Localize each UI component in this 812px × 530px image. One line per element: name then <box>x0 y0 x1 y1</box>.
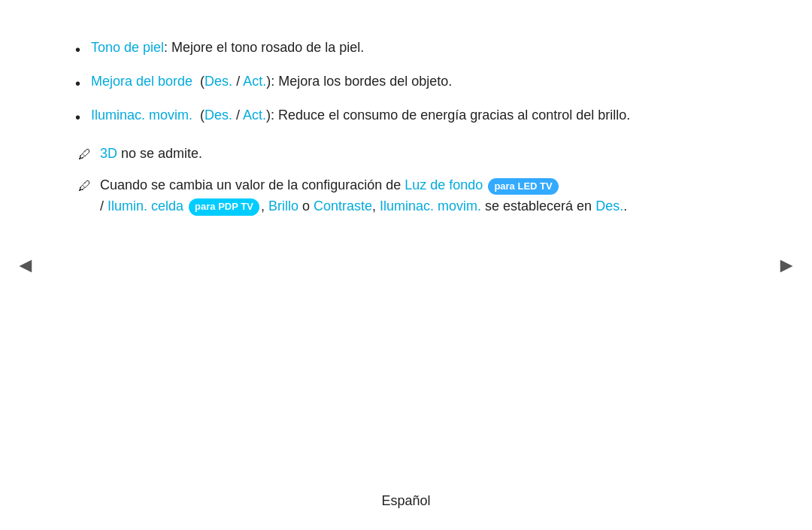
bullet-3-text: Iluminac. movim. (Des. / Act.): Reduce e… <box>91 105 630 126</box>
label-tono-piel: Tono de piel <box>91 40 164 55</box>
bullet-1-text: Tono de piel: Mejore el tono rosado de l… <box>91 38 364 58</box>
badge-act-2: Act. <box>243 74 266 89</box>
note-1-suffix: no se admite. <box>117 146 202 161</box>
label-mejora-borde: Mejora del borde <box>91 74 192 89</box>
footer-language: Español <box>381 493 430 509</box>
note-block-3d: 🖊 3D no se admite. <box>75 144 737 165</box>
badge-led-tv: para LED TV <box>488 178 558 195</box>
main-content: • Tono de piel: Mejore el tono rosado de… <box>75 23 737 243</box>
label-3d: 3D <box>100 146 117 161</box>
slash-2: / <box>232 74 243 89</box>
bullet-1-suffix: : Mejore el tono rosado de la piel. <box>164 40 364 55</box>
bullet-dot-1: • <box>75 38 80 61</box>
note-icon-1: 🖊 <box>78 145 91 165</box>
nav-arrow-left[interactable]: ◄ <box>15 253 36 277</box>
bullet-2-text: Mejora del borde (Des. / Act.): Mejora l… <box>91 71 452 92</box>
badge-act-3: Act. <box>243 108 266 123</box>
label-ilumin-celda: Ilumin. celda <box>108 198 183 214</box>
note-block-cuando: 🖊 Cuando se cambia un valor de la config… <box>75 175 737 217</box>
nav-arrow-right[interactable]: ► <box>776 253 797 277</box>
note-1-text: 3D no se admite. <box>100 144 737 165</box>
bullet-dot-3: • <box>75 106 80 129</box>
label-brillo: Brillo <box>268 198 298 214</box>
label-contraste: Contraste <box>314 198 372 214</box>
bullet-list: • Tono de piel: Mejore el tono rosado de… <box>75 38 737 129</box>
slash-3: / <box>232 108 243 123</box>
list-item-tono: • Tono de piel: Mejore el tono rosado de… <box>75 38 737 61</box>
note-icon-2: 🖊 <box>78 177 91 196</box>
list-item-iluminac: • Iluminac. movim. (Des. / Act.): Reduce… <box>75 105 737 129</box>
label-des-final: Des. <box>595 198 623 214</box>
list-item-mejora: • Mejora del borde (Des. / Act.): Mejora… <box>75 71 737 95</box>
label-iluminac-movim-2: Iluminac. movim. <box>380 198 481 214</box>
note-2-prefix: Cuando se cambia un valor de la configur… <box>100 177 404 192</box>
badge-des-3: Des. <box>205 108 232 123</box>
label-iluminac-movim: Iluminac. movim. <box>91 108 192 123</box>
badge-pdp-tv: para PDP TV <box>189 198 259 215</box>
bullet-dot-2: • <box>75 72 80 95</box>
label-luz-fondo: Luz de fondo <box>404 177 483 192</box>
note-2-text: Cuando se cambia un valor de la configur… <box>100 175 737 217</box>
badge-des-2: Des. <box>205 74 232 89</box>
